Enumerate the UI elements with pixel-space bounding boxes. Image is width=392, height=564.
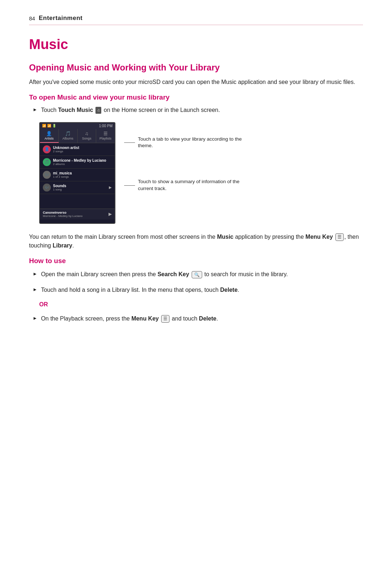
play-icon-4: ▶ <box>109 185 112 189</box>
phone-status-bar: 📶 📶 🔋 1:00 PM <box>40 123 115 129</box>
playlists-icon: ☰ <box>97 131 114 136</box>
artists-icon: 👤 <box>41 131 58 136</box>
phone-list-item-4[interactable]: 🎶 Sounds 1 song ▶ <box>40 181 115 194</box>
bullet-arrow-1: ► <box>33 271 37 277</box>
annotation-line-bottom: Touch to show a summary of information o… <box>124 178 254 192</box>
bullet-arrow: ► <box>33 107 37 112</box>
annotation-column: Touch a tab to view your library accordi… <box>124 122 254 196</box>
annotation-dash-bottom <box>124 185 135 186</box>
annotation-bottom: Touch to show a summary of information o… <box>124 178 254 192</box>
or-label: OR <box>39 301 363 308</box>
annotation-line-top: Touch a tab to view your library accordi… <box>124 136 254 150</box>
artist-icon-1: 👤 <box>43 145 51 153</box>
last-bullet-item: ► On the Playback screen, press the Menu… <box>29 314 363 323</box>
bullet-text-2: Touch and hold a song in a Library list.… <box>41 286 239 295</box>
bottom-play-icon: ▶ <box>109 212 112 217</box>
phone-tab-albums[interactable]: 🎵 Albums <box>59 129 78 143</box>
artist-icon-2: 🎵 <box>43 158 51 166</box>
bullet-item-touch: ► Touch Touch Music ♫ on the Home screen… <box>29 106 363 115</box>
main-title: Music <box>29 37 363 52</box>
how-to-use-list: ► Open the main Library screen then pres… <box>29 270 363 295</box>
sub-heading: To open Music and view your music librar… <box>29 93 363 101</box>
intro-text: After you've copied some music onto your… <box>29 78 363 87</box>
phone-list-item-3[interactable]: 🎶 mi_musica 1 of 2 songs <box>40 169 115 181</box>
phone-bottom-bar[interactable]: CanoneInverso Morricone - Medley by Luci… <box>40 209 115 219</box>
phone-bottom-text: CanoneInverso Morricone - Medley by Luci… <box>43 211 106 218</box>
menu-key-icon-2: ☰ <box>161 315 170 323</box>
artist-text-3: mi_musica 1 of 2 songs <box>53 171 112 178</box>
bullet-arrow-2: ► <box>33 287 37 292</box>
page: 84 Entertainment Music Opening Music and… <box>0 0 392 564</box>
menu-key-icon-1: ☰ <box>335 233 344 241</box>
artist-icon-4: 🎶 <box>43 184 51 192</box>
phone-screen: 📶 📶 🔋 1:00 PM 👤 Artists 🎵 Albums ♫ <box>39 122 115 224</box>
artist-text-2: Morricone - Medley by Luciano 2 albums <box>53 158 112 166</box>
phone-tabs: 👤 Artists 🎵 Albums ♫ Songs ☰ Playlists <box>40 129 115 143</box>
annotation-text-bottom: Touch to show a summary of information o… <box>138 178 254 192</box>
bullet-text-1: Open the main Library screen then press … <box>41 270 288 279</box>
screenshot-container: 📶 📶 🔋 1:00 PM 👤 Artists 🎵 Albums ♫ <box>39 122 363 224</box>
return-text: You can return to the main Library scree… <box>29 233 363 251</box>
how-to-use-bullet-2: ► Touch and hold a song in a Library lis… <box>29 286 363 295</box>
music-note-icon: ♫ <box>95 107 101 114</box>
phone-tab-playlists[interactable]: ☰ Playlists <box>96 129 115 143</box>
artist-text-4: Sounds 1 song <box>53 184 107 191</box>
phone-tab-artists[interactable]: 👤 Artists <box>40 129 59 143</box>
songs-icon: ♫ <box>78 131 95 136</box>
phone-time: 1:00 PM <box>99 124 113 128</box>
bullet-text-touch: Touch Touch Music ♫ on the Home screen o… <box>41 106 220 115</box>
how-to-use-heading: How to use <box>29 257 363 265</box>
how-to-use-bullet-1: ► Open the main Library screen then pres… <box>29 270 363 279</box>
page-header: 84 Entertainment <box>29 15 363 25</box>
search-key-icon: 🔍 <box>192 271 202 279</box>
last-bullet-text: On the Playback screen, press the Menu K… <box>41 314 218 323</box>
touch-music-list: ► Touch Touch Music ♫ on the Home screen… <box>29 106 363 115</box>
annotation-top: Touch a tab to view your library accordi… <box>124 136 254 150</box>
bullet-arrow-3: ► <box>33 315 37 321</box>
page-number: 84 <box>29 15 35 21</box>
phone-status-icons: 📶 📶 🔋 <box>42 124 56 128</box>
header-title: Entertainment <box>39 15 83 22</box>
phone-spacer <box>40 194 115 209</box>
annotation-text-top: Touch a tab to view your library accordi… <box>138 136 254 150</box>
last-bullet-list: ► On the Playback screen, press the Menu… <box>29 314 363 323</box>
phone-list-item-1[interactable]: 👤 Unknown artist 2 songs <box>40 143 115 156</box>
artist-text-1: Unknown artist 2 songs <box>53 146 112 153</box>
section-heading: Opening Music and Working with Your Libr… <box>29 63 363 73</box>
phone-tab-songs[interactable]: ♫ Songs <box>78 129 97 143</box>
phone-list-item-2[interactable]: 🎵 Morricone - Medley by Luciano 2 albums <box>40 156 115 169</box>
annotation-dash-top <box>124 142 135 143</box>
artist-icon-3: 🎶 <box>43 171 51 179</box>
albums-icon: 🎵 <box>60 131 77 136</box>
